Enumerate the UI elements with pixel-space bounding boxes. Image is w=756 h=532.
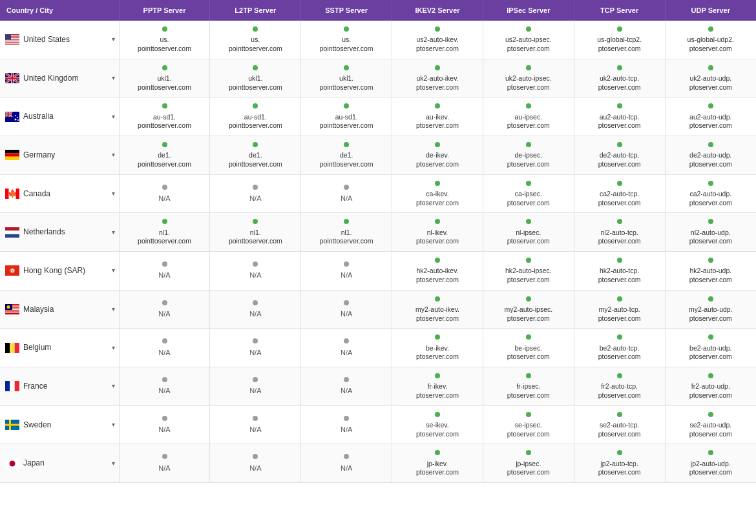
tcp-server-cell: au2-auto-tcp.ptoserver.com <box>574 97 665 136</box>
pptp-server-cell: au-sd1.pointtoserver.com <box>119 97 210 136</box>
tcp-server-cell: hk2-auto-tcp.ptoserver.com <box>574 252 665 291</box>
table-row: 🍁 Canada ▾ N/AN/AN/Aca-ikev.ptoserver.co… <box>0 174 756 213</box>
tcp-server-cell: jp2-auto-tcp.ptoserver.com <box>574 444 665 483</box>
table-row: Australia ▾ au-sd1.pointtoserver.comau-s… <box>0 97 756 136</box>
svg-point-11 <box>15 118 17 120</box>
sstp-server-cell: N/A <box>301 405 392 444</box>
country-cell: Belgium ▾ <box>0 329 119 367</box>
sstp-server-cell: N/A <box>301 444 392 483</box>
country-cell: Netherlands ▾ <box>0 213 119 252</box>
flag-icon <box>5 420 19 430</box>
sstp-server-cell: N/A <box>301 290 392 329</box>
expand-chevron[interactable]: ▾ <box>112 189 115 198</box>
udp-server-cell: my2-auto-udp.ptoserver.com <box>665 290 756 329</box>
flag-icon: ✿ <box>5 265 19 276</box>
country-name: Sweden <box>23 420 108 431</box>
table-row: Belgium ▾ N/AN/AN/Abe-ikev.ptoserver.com… <box>0 329 756 367</box>
pptp-server-cell: N/A <box>119 174 210 213</box>
pptp-server-cell: N/A <box>119 444 210 483</box>
expand-chevron[interactable]: ▾ <box>112 266 115 275</box>
header-ipsec: IPSec Server <box>483 0 574 21</box>
table-row: Netherlands ▾ nl1.pointtoserver.comnl1.p… <box>0 213 756 252</box>
tcp-server-cell: fr2-auto-tcp.ptoserver.com <box>574 367 665 406</box>
tcp-server-cell: be2-auto-tcp.ptoserver.com <box>574 329 665 367</box>
l2tp-server-cell: nl1.pointtoserver.com <box>210 213 301 252</box>
l2tp-server-cell: N/A <box>210 290 301 329</box>
ipsec-server-cell: ca-ipsec.ptoserver.com <box>483 174 574 213</box>
udp-server-cell: uk2-auto-udp.ptoserver.com <box>665 59 756 97</box>
l2tp-server-cell: us.pointtoserver.com <box>210 21 301 59</box>
ipsec-server-cell: fr-ipsec.ptoserver.com <box>483 367 574 406</box>
ipsec-server-cell: be-ipsec.ptoserver.com <box>483 329 574 367</box>
l2tp-server-cell: ukl1.pointtoserver.com <box>210 59 301 97</box>
table-row: Malaysia ▾ N/AN/AN/Amy2-auto-ikev.ptoser… <box>0 290 756 329</box>
flag-icon <box>5 304 19 314</box>
flag-icon <box>5 227 19 238</box>
header-tcp: TCP Server <box>574 0 665 21</box>
table-row: Japan ▾ N/AN/AN/Ajp-ikev.ptoserver.comjp… <box>0 444 756 483</box>
flag-icon <box>5 150 19 160</box>
expand-chevron[interactable]: ▾ <box>112 35 115 44</box>
expand-chevron[interactable]: ▾ <box>112 343 115 353</box>
svg-rect-34 <box>5 312 19 313</box>
country-name: Canada <box>23 189 108 200</box>
sstp-server-cell: ukl1.pointtoserver.com <box>301 59 392 97</box>
table-row: France ▾ N/AN/AN/Afr-ikev.ptoserver.comf… <box>0 367 756 406</box>
ipsec-server-cell: jp-ipsec.ptoserver.com <box>483 444 574 483</box>
ipsec-server-cell: nl-ipsec.ptoserver.com <box>483 213 574 252</box>
sstp-server-cell: N/A <box>301 367 392 406</box>
ikev2-server-cell: fr-ikev.ptoserver.com <box>392 367 483 406</box>
country-name: Malaysia <box>23 304 108 315</box>
expand-chevron[interactable]: ▾ <box>112 420 115 429</box>
svg-rect-38 <box>10 343 14 353</box>
table-row: United Kingdom ▾ ukl1.pointtoserver.comu… <box>0 59 756 97</box>
svg-rect-40 <box>5 381 10 391</box>
pptp-server-cell: N/A <box>119 290 210 329</box>
sstp-server-cell: us.pointtoserver.com <box>301 21 392 59</box>
tcp-server-cell: de2-auto-tcp.ptoserver.com <box>574 136 665 175</box>
table-row: Germany ▾ de1.pointtoserver.comde1.point… <box>0 136 756 175</box>
table-row: ✿ Hong Kong (SAR) ▾ N/AN/AN/Ahk2-auto-ik… <box>0 252 756 291</box>
country-name: Australia <box>23 111 108 122</box>
svg-rect-42 <box>15 381 19 391</box>
flag-icon <box>5 381 19 391</box>
expand-chevron[interactable]: ▾ <box>112 459 115 468</box>
pptp-server-cell: ukl1.pointtoserver.com <box>119 59 210 97</box>
country-cell: Malaysia ▾ <box>0 290 119 329</box>
pptp-server-cell: nl1.pointtoserver.com <box>119 213 210 252</box>
sstp-server-cell: N/A <box>301 174 392 213</box>
ikev2-server-cell: nl-ikev.ptoserver.com <box>392 213 483 252</box>
ikev2-server-cell: de-ikev.ptoserver.com <box>392 136 483 175</box>
expand-chevron[interactable]: ▾ <box>112 228 115 237</box>
expand-chevron[interactable]: ▾ <box>112 382 115 391</box>
header-sstp: SSTP Server <box>301 0 392 21</box>
sstp-server-cell: au-sd1.pointtoserver.com <box>301 97 392 136</box>
expand-chevron[interactable]: ▾ <box>112 74 115 83</box>
expand-chevron[interactable]: ▾ <box>112 150 115 159</box>
ipsec-server-cell: uk2-auto-ipsec.ptoserver.com <box>483 59 574 97</box>
tcp-server-cell: uk2-auto-tcp.ptoserver.com <box>574 59 665 97</box>
sstp-server-cell: nl1.pointtoserver.com <box>301 213 392 252</box>
svg-rect-41 <box>10 381 14 391</box>
l2tp-server-cell: au-sd1.pointtoserver.com <box>210 97 301 136</box>
country-cell: United Kingdom ▾ <box>0 59 119 97</box>
country-cell: Sweden ▾ <box>0 405 119 444</box>
country-name: Netherlands <box>23 227 108 238</box>
header-l2tp: L2TP Server <box>210 0 301 21</box>
svg-rect-17 <box>5 157 19 160</box>
ikev2-server-cell: be-ikev.ptoserver.com <box>392 329 483 367</box>
country-name: Belgium <box>23 342 108 353</box>
flag-icon <box>5 112 19 122</box>
udp-server-cell: nl2-auto-udp.ptoserver.com <box>665 213 756 252</box>
svg-point-36 <box>7 305 10 309</box>
header-ikev2: IKEV2 Server <box>392 0 483 21</box>
expand-chevron[interactable]: ▾ <box>112 112 115 121</box>
l2tp-server-cell: N/A <box>210 367 301 406</box>
tcp-server-cell: my2-auto-tcp.ptoserver.com <box>574 290 665 329</box>
l2tp-server-cell: N/A <box>210 444 301 483</box>
svg-rect-6 <box>5 43 19 44</box>
flag-icon: 🍁 <box>5 189 19 199</box>
expand-chevron[interactable]: ▾ <box>112 305 115 314</box>
l2tp-server-cell: de1.pointtoserver.com <box>210 136 301 175</box>
country-cell: Japan ▾ <box>0 444 119 483</box>
